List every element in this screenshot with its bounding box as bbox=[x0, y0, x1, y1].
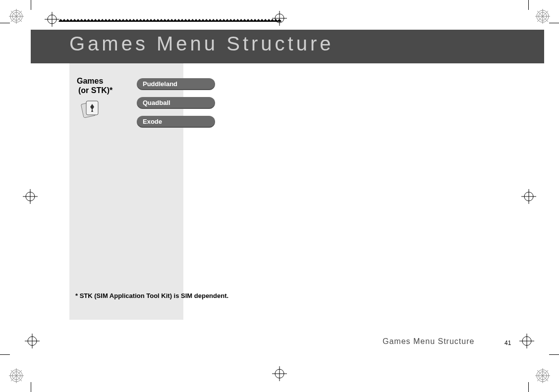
panel-subheading: (or STK)* bbox=[78, 86, 112, 95]
page-title: Games Menu Structure bbox=[69, 33, 334, 55]
menu-item-label: Puddleland bbox=[143, 80, 177, 88]
menu-item-exode[interactable]: Exode bbox=[137, 116, 215, 128]
menu-item-label: Exode bbox=[143, 118, 162, 125]
registration-mark-icon bbox=[272, 366, 287, 381]
crop-line bbox=[528, 382, 529, 392]
panel-heading: Games bbox=[77, 77, 103, 86]
menu-item-label: Quadball bbox=[143, 99, 170, 106]
registration-mark-icon bbox=[25, 334, 40, 348]
page: ◆◆◆◆◆◆◆◆◆◆◆◆◆◆◆◆◆◆◆◆◆◆◆◆◆◆◆◆◆◆◆◆◆◆◆◆◆◆◆◆… bbox=[0, 0, 559, 392]
footnote: * STK (SIM Application Tool Kit) is SIM … bbox=[75, 292, 228, 299]
crop-line bbox=[0, 23, 10, 23]
footer-section-label: Games Menu Structure bbox=[383, 337, 474, 346]
registration-mark-icon bbox=[521, 189, 536, 204]
crop-line bbox=[0, 354, 10, 355]
rosette-icon bbox=[535, 368, 550, 383]
crop-line bbox=[549, 23, 559, 23]
crop-line bbox=[528, 0, 529, 10]
menu-item-puddleland[interactable]: Puddleland bbox=[137, 78, 215, 90]
rosette-icon bbox=[9, 368, 24, 383]
registration-mark-icon bbox=[45, 12, 59, 27]
registration-mark-icon bbox=[23, 189, 38, 204]
rosette-icon bbox=[9, 9, 24, 24]
rosette-icon bbox=[535, 9, 550, 24]
menu-item-quadball[interactable]: Quadball bbox=[137, 97, 215, 109]
crop-line bbox=[31, 382, 31, 392]
diamond-divider-icon: ◆◆◆◆◆◆◆◆◆◆◆◆◆◆◆◆◆◆◆◆◆◆◆◆◆◆◆◆◆◆◆◆◆◆◆◆◆◆◆◆… bbox=[58, 16, 291, 22]
page-number: 41 bbox=[504, 340, 511, 346]
registration-mark-icon bbox=[519, 334, 534, 348]
crop-line bbox=[549, 354, 559, 355]
cards-icon bbox=[79, 99, 102, 119]
crop-line bbox=[31, 0, 31, 10]
